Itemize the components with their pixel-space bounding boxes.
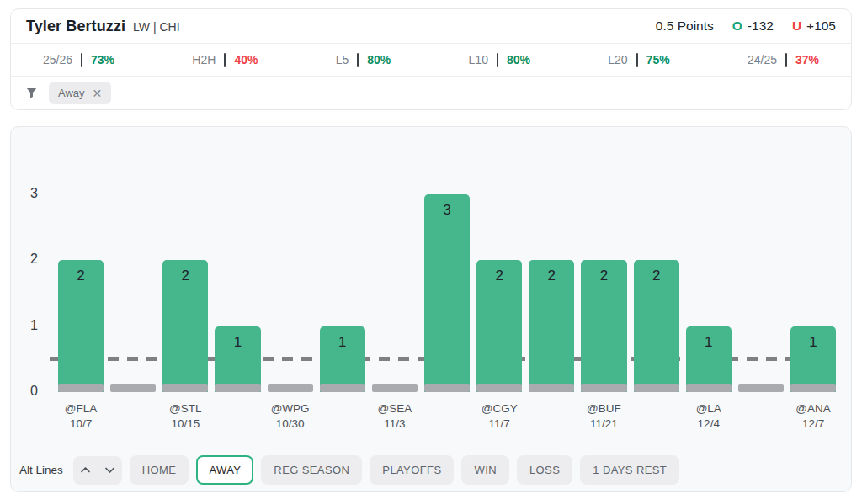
- bar-value-label: 2: [581, 268, 626, 284]
- game-log-chart-card: 0123 2@FLA10/72@STL10/151@WPG10/301@SEA1…: [10, 126, 852, 492]
- stat-divider: [497, 53, 498, 67]
- game-bar-slot: 1@LA12/4: [686, 194, 732, 392]
- game-x-label: @WPG10/30: [271, 401, 310, 432]
- game-bar-slot: @SEA11/3: [372, 194, 418, 392]
- game-bar-slot: 2@CGY11/7: [476, 194, 522, 392]
- bar-base-strip: [162, 384, 208, 392]
- filter-button-reg-season[interactable]: REG SEASON: [261, 455, 362, 485]
- points-bar[interactable]: 2: [58, 260, 104, 392]
- points-bar-chart: 0123 2@FLA10/72@STL10/151@WPG10/301@SEA1…: [11, 127, 851, 491]
- stat-season-25-26: 25/26 73%: [43, 53, 114, 67]
- game-bar-slot: 1: [320, 194, 365, 392]
- zero-points-bar[interactable]: [268, 384, 313, 392]
- game-bar-slot: [738, 194, 784, 392]
- y-axis-tick: 1: [18, 317, 38, 334]
- stat-l10: L10 80%: [469, 53, 530, 67]
- filter-funnel-icon: [25, 87, 38, 99]
- stat-label: 25/26: [43, 53, 72, 66]
- points-bar[interactable]: 2: [162, 260, 208, 392]
- y-axis-tick: 0: [18, 383, 38, 400]
- bar-base-strip: [424, 384, 470, 392]
- game-x-label: @LA12/4: [696, 401, 721, 432]
- over-odds: O -132: [732, 19, 774, 34]
- player-name: Tyler Bertuzzi: [26, 18, 125, 35]
- filter-button-home[interactable]: HOME: [130, 455, 189, 485]
- points-bar[interactable]: 2: [581, 260, 626, 392]
- prop-line-label: 0.5 Points: [656, 19, 714, 34]
- game-x-label: @STL10/15: [169, 401, 201, 432]
- bar-base-strip: [320, 384, 365, 392]
- points-bar[interactable]: 3: [424, 194, 470, 392]
- bar-base-strip: [58, 384, 104, 392]
- alt-lines-label: Alt Lines: [19, 464, 63, 476]
- chevron-up-icon: [80, 466, 91, 474]
- bar-value-label: 2: [476, 268, 522, 284]
- player-prop-page: Tyler Bertuzzi LW | CHI 0.5 Points O -13…: [0, 0, 862, 504]
- bar-base-strip: [529, 384, 574, 392]
- bar-base-strip: [634, 384, 679, 392]
- game-bar-slot: [110, 194, 156, 392]
- y-axis-tick: 2: [18, 251, 38, 268]
- y-axis-tick: 3: [18, 185, 38, 202]
- player-header: Tyler Bertuzzi LW | CHI 0.5 Points O -13…: [11, 9, 851, 44]
- bar-value-label: 1: [790, 334, 836, 351]
- stat-divider: [224, 53, 226, 67]
- filter-button-1-days-rest[interactable]: 1 DAYS REST: [580, 455, 679, 485]
- stepper-divider: [98, 452, 98, 489]
- points-bar[interactable]: 2: [476, 260, 522, 392]
- points-bar[interactable]: 2: [529, 260, 574, 392]
- zero-points-bar[interactable]: [372, 384, 418, 392]
- alt-line-down-button[interactable]: [98, 456, 122, 485]
- over-odds-value: -132: [748, 19, 774, 34]
- stat-value: 73%: [91, 53, 114, 66]
- stat-label: L5: [336, 53, 349, 66]
- stat-divider: [636, 53, 638, 67]
- filter-button-playoffs[interactable]: PLAYOFFS: [370, 455, 454, 485]
- filter-button-win[interactable]: WIN: [461, 455, 508, 485]
- stat-label: L10: [469, 53, 488, 66]
- hit-rate-stats-row: 25/26 73% H2H 40% L5 80% L10 80% L20: [11, 44, 851, 77]
- stat-value: 37%: [795, 53, 819, 66]
- stat-divider: [357, 53, 359, 67]
- game-x-label: @CGY11/7: [482, 401, 518, 432]
- game-x-label: @ANA12/7: [795, 401, 830, 432]
- points-bar[interactable]: 2: [634, 260, 679, 392]
- filter-chip-away[interactable]: Away ✕: [49, 82, 111, 104]
- zero-points-bar[interactable]: [738, 384, 784, 392]
- filter-chip-label: Away: [58, 87, 85, 99]
- stat-value: 80%: [367, 53, 391, 66]
- zero-points-bar[interactable]: [110, 384, 156, 392]
- plot-area: 2@FLA10/72@STL10/151@WPG10/301@SEA11/332…: [58, 194, 836, 392]
- points-bar[interactable]: 1: [215, 326, 260, 392]
- game-bar-slot: 2: [634, 194, 679, 392]
- stat-value: 80%: [507, 53, 530, 66]
- under-odds: U +105: [792, 19, 836, 34]
- stat-l5: L5 80%: [336, 53, 391, 67]
- alt-line-up-button[interactable]: [73, 456, 98, 485]
- bar-value-label: 2: [162, 268, 208, 284]
- points-bar[interactable]: 1: [686, 326, 732, 392]
- bar-value-label: 2: [634, 268, 679, 284]
- game-x-label: @FLA10/7: [65, 401, 97, 432]
- game-bar-slot: 3: [424, 194, 470, 392]
- game-bar-slot: 2@FLA10/7: [58, 194, 104, 392]
- player-position-team: LW | CHI: [133, 20, 180, 34]
- stat-label: L20: [608, 53, 627, 66]
- bar-value-label: 1: [320, 334, 365, 351]
- bar-value-label: 1: [215, 334, 260, 351]
- stat-label: H2H: [192, 53, 216, 66]
- points-bar[interactable]: 1: [790, 326, 836, 392]
- filter-button-loss[interactable]: LOSS: [517, 455, 572, 485]
- stat-divider: [81, 53, 82, 67]
- chevron-down-icon: [104, 466, 115, 474]
- filter-button-away[interactable]: AWAY: [196, 455, 253, 485]
- bar-base-strip: [790, 384, 836, 392]
- remove-filter-icon[interactable]: ✕: [93, 88, 103, 99]
- bar-base-strip: [581, 384, 626, 392]
- bar-value-label: 2: [58, 268, 104, 284]
- game-x-label: @BUF11/21: [587, 401, 621, 432]
- points-bar[interactable]: 1: [320, 326, 365, 392]
- chart-controls: Alt Lines HOMEAWAYREG SEASONPLAYOFFSWINL…: [11, 448, 851, 491]
- stat-divider: [785, 53, 787, 67]
- game-x-label: @SEA11/3: [378, 401, 412, 432]
